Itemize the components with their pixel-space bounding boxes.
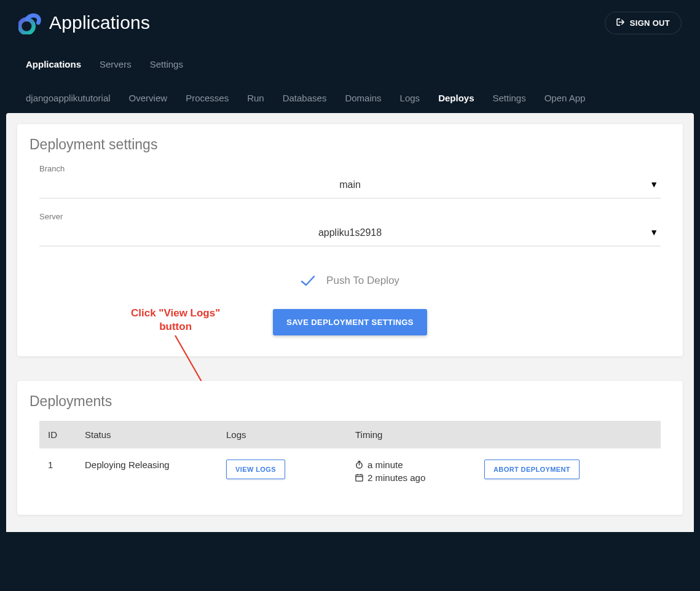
branch-value: main [339, 179, 361, 190]
calendar-icon [355, 474, 364, 482]
sign-out-button[interactable]: SIGN OUT [605, 12, 682, 34]
table-header-row: ID Status Logs Timing [39, 421, 661, 448]
logo-icon [18, 11, 42, 34]
timing-started: 2 minutes ago [355, 472, 467, 483]
branch-select[interactable]: main ▼ [39, 173, 661, 198]
push-to-deploy-toggle[interactable]: Push To Deploy [29, 275, 671, 287]
cell-status: Deploying Releasing [76, 448, 218, 494]
server-select[interactable]: appliku1s2918 ▼ [39, 221, 661, 246]
svg-point-0 [20, 19, 34, 33]
save-deployment-settings-button[interactable]: SAVE DEPLOYMENT SETTINGS [273, 309, 427, 335]
deployment-settings-title: Deployment settings [29, 136, 671, 153]
timing-started-value: 2 minutes ago [368, 472, 425, 483]
server-value: appliku1s2918 [318, 227, 382, 238]
subnav-settings[interactable]: Settings [492, 83, 525, 113]
deployments-table: ID Status Logs Timing 1 Deploying Releas… [39, 421, 661, 494]
timing-duration-value: a minute [368, 460, 403, 470]
abort-deployment-button[interactable]: ABORT DEPLOYMENT [484, 460, 580, 479]
app-sub-nav: djangoapplikututorial Overview Processes… [0, 83, 700, 113]
view-logs-button[interactable]: VIEW LOGS [226, 460, 285, 479]
subnav-logs[interactable]: Logs [400, 83, 420, 113]
subnav-domains[interactable]: Domains [345, 83, 381, 113]
col-id: ID [39, 421, 76, 448]
col-status: Status [76, 421, 218, 448]
subnav-run[interactable]: Run [247, 83, 264, 113]
server-label: Server [39, 212, 661, 221]
cell-id: 1 [39, 448, 76, 494]
sign-out-icon [616, 18, 625, 28]
table-row: 1 Deploying Releasing VIEW LOGS a minute [39, 448, 661, 494]
page-title: Applications [49, 12, 150, 33]
deployments-card: Deployments ID Status Logs Timing 1 Depl… [17, 381, 683, 515]
chevron-down-icon: ▼ [650, 179, 658, 189]
col-timing: Timing [347, 421, 476, 448]
stopwatch-icon [355, 461, 364, 469]
sign-out-label: SIGN OUT [630, 18, 670, 28]
subnav-open-app[interactable]: Open App [545, 83, 586, 113]
push-to-deploy-label: Push To Deploy [326, 275, 399, 287]
content-area: Deployment settings Branch main ▼ Server… [6, 113, 694, 532]
col-actions [476, 421, 661, 448]
primary-nav: Applications Servers Settings [0, 45, 700, 83]
check-icon [301, 275, 315, 287]
col-logs: Logs [218, 421, 347, 448]
timing-duration: a minute [355, 460, 467, 470]
nav-settings[interactable]: Settings [150, 45, 183, 83]
subnav-databases[interactable]: Databases [283, 83, 327, 113]
branch-label: Branch [39, 164, 661, 173]
deployments-title: Deployments [29, 393, 671, 410]
subnav-deploys[interactable]: Deploys [438, 83, 474, 113]
nav-applications[interactable]: Applications [26, 45, 81, 83]
svg-rect-2 [358, 461, 361, 462]
svg-rect-5 [356, 475, 363, 481]
subnav-app-name[interactable]: djangoapplikututorial [26, 83, 111, 113]
subnav-overview[interactable]: Overview [129, 83, 168, 113]
top-bar: Applications SIGN OUT [0, 0, 700, 45]
deployment-settings-card: Deployment settings Branch main ▼ Server… [17, 124, 683, 356]
brand: Applications [18, 11, 150, 34]
chevron-down-icon: ▼ [650, 227, 658, 237]
subnav-processes[interactable]: Processes [186, 83, 229, 113]
nav-servers[interactable]: Servers [100, 45, 132, 83]
